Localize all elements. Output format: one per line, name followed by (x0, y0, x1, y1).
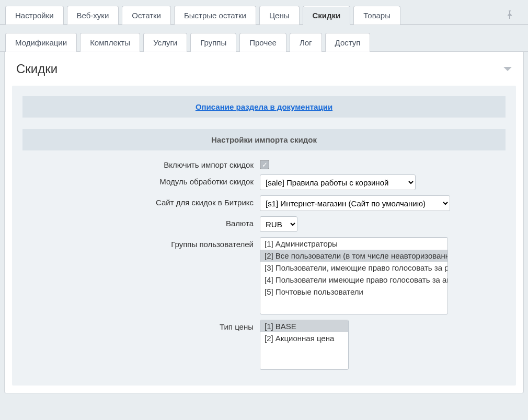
secondary-tab-1[interactable]: Комплекты (80, 33, 140, 52)
collapse-icon[interactable] (503, 67, 512, 71)
primary-tab-0[interactable]: Настройки (5, 6, 64, 25)
label-user-groups: Группы пользователей (22, 237, 260, 249)
primary-tab-5[interactable]: Скидки (303, 6, 351, 25)
section-heading: Настройки импорта скидок (22, 129, 506, 150)
label-enable-import: Включить импорт скидок (22, 158, 260, 169)
doc-link-bar: Описание раздела в документации (22, 96, 506, 118)
settings-panel: Скидки Описание раздела в документации Н… (4, 52, 524, 393)
price-type-option-0[interactable]: [1] BASE (260, 320, 348, 332)
primary-tab-1[interactable]: Веб-хуки (67, 6, 119, 25)
primary-tab-3[interactable]: Быстрые остатки (174, 6, 256, 25)
secondary-tab-2[interactable]: Услуги (143, 33, 187, 52)
label-price-type: Тип цены (22, 320, 260, 331)
label-discount-module: Модуль обработки скидок (22, 174, 260, 186)
pin-icon[interactable] (506, 10, 513, 21)
primary-tab-4[interactable]: Цены (259, 6, 300, 25)
price-type-listbox[interactable]: [1] BASE[2] Акционная цена (260, 320, 349, 370)
primary-tab-2[interactable]: Остатки (122, 6, 171, 25)
price-type-option-1[interactable]: [2] Акционная цена (260, 332, 348, 344)
user-groups-listbox[interactable]: [1] Администраторы[2] Все пользователи (… (260, 237, 448, 314)
doc-link[interactable]: Описание раздела в документации (196, 102, 332, 111)
secondary-tab-5[interactable]: Лог (290, 33, 322, 52)
label-site: Сайт для скидок в Битрикс (22, 195, 260, 207)
secondary-tab-0[interactable]: Модификации (5, 33, 77, 52)
secondary-tabs: МодификацииКомплектыУслугиГруппыПрочееЛо… (0, 25, 528, 52)
discount-module-select[interactable]: [sale] Правила работы с корзиной (260, 174, 416, 190)
user-group-option-2[interactable]: [3] Пользователи, имеющие право голосова… (260, 262, 447, 274)
user-group-option-0[interactable]: [1] Администраторы (260, 238, 447, 250)
primary-tab-6[interactable]: Товары (353, 6, 400, 25)
user-group-option-4[interactable]: [5] Почтовые пользователи (260, 286, 447, 298)
enable-import-checkbox[interactable]: ✓ (260, 160, 269, 169)
panel-title: Скидки (16, 62, 58, 76)
user-group-option-3[interactable]: [4] Пользователи имеющие право голосоват… (260, 274, 447, 286)
secondary-tab-3[interactable]: Группы (190, 33, 236, 52)
secondary-tab-6[interactable]: Доступ (325, 33, 371, 52)
site-select[interactable]: [s1] Интернет-магазин (Сайт по умолчанию… (260, 195, 450, 211)
primary-tabs: НастройкиВеб-хукиОстаткиБыстрые остаткиЦ… (0, 0, 528, 25)
currency-select[interactable]: RUB (260, 216, 297, 232)
secondary-tab-4[interactable]: Прочее (239, 33, 286, 52)
user-group-option-1[interactable]: [2] Все пользователи (в том числе неавто… (260, 250, 447, 262)
label-currency: Валюта (22, 216, 260, 228)
